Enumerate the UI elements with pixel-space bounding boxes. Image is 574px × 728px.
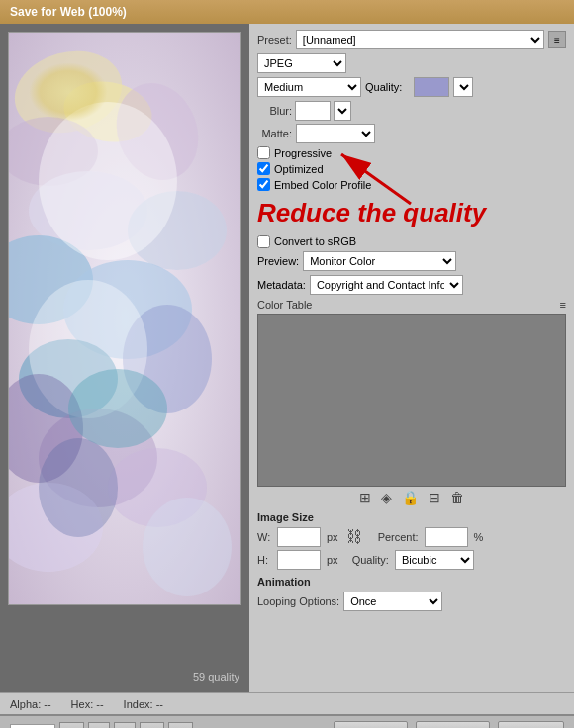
- cancel-button[interactable]: Cancel: [416, 721, 490, 728]
- page-info: 1 of 1: [10, 724, 55, 728]
- preset-label: Preset:: [257, 34, 292, 46]
- optimized-checkbox[interactable]: [257, 162, 270, 175]
- ct-grid-btn[interactable]: ⊟: [427, 490, 442, 505]
- index-value: --: [156, 698, 163, 710]
- height-label: H:: [257, 554, 271, 566]
- matte-row: Matte:: [257, 124, 566, 143]
- title-bar: Save for Web (100%): [0, 0, 574, 24]
- height-row: H: 580 px Quality: Bicubic: [257, 550, 566, 570]
- matte-select[interactable]: [296, 124, 375, 143]
- metadata-select[interactable]: Copyright and Contact Info: [310, 275, 463, 295]
- progressive-checkbox[interactable]: [257, 146, 270, 159]
- color-table-header: Color Table ≡: [257, 299, 566, 311]
- done-button[interactable]: Done: [498, 721, 564, 728]
- preset-select[interactable]: [Unnamed]: [296, 30, 544, 49]
- alpha-label: Alpha: --: [10, 698, 51, 710]
- color-table-menu-btn[interactable]: ≡: [560, 299, 566, 311]
- looping-label: Looping Options:: [257, 595, 339, 607]
- width-input[interactable]: 600: [277, 527, 321, 547]
- save-button[interactable]: Save...: [334, 721, 408, 728]
- red-arrow-svg: [312, 144, 430, 209]
- width-label: W:: [257, 531, 271, 543]
- image-size-title: Image Size: [257, 511, 566, 523]
- width-row: W: 600 px ⛓ Percent: 100 %: [257, 527, 566, 547]
- svg-point-19: [68, 369, 167, 448]
- ct-lock-btn[interactable]: 🔒: [400, 490, 421, 505]
- animation-section: Animation Looping Options: Once: [257, 576, 566, 611]
- color-table-label: Color Table: [257, 299, 312, 311]
- action-buttons: Save... Cancel Done: [334, 721, 564, 728]
- preview-row: Preview: Monitor Color: [257, 251, 566, 271]
- index-label: Index: --: [124, 698, 163, 710]
- ct-add-btn[interactable]: ◈: [379, 490, 394, 505]
- animation-title: Animation: [257, 576, 566, 588]
- blur-matte-container: Blur: 0: [257, 101, 566, 121]
- width-unit: px: [327, 531, 338, 543]
- nav-fast-next-button[interactable]: ⏭: [168, 722, 193, 728]
- hex-label: Hex: --: [71, 698, 104, 710]
- color-table-toolbar: ⊞ ◈ 🔒 ⊟ 🗑: [257, 490, 566, 505]
- percent-sign: %: [474, 531, 484, 543]
- settings-panel: Preset: [Unnamed] ≡ JPEG Medium Quality:…: [249, 24, 574, 692]
- height-unit: px: [327, 554, 338, 566]
- quality-preset-select[interactable]: Medium: [257, 77, 361, 97]
- image-size-section: Image Size W: 600 px ⛓ Percent: 100 % H:…: [257, 511, 566, 570]
- nav-first-button[interactable]: ⏮: [59, 722, 84, 728]
- link-icon: ⛓: [346, 528, 362, 546]
- height-input[interactable]: 580: [277, 550, 321, 570]
- annotation-area: Reduce the quality: [257, 199, 566, 228]
- convert-srgb-checkbox[interactable]: [257, 235, 270, 248]
- percent-label: Percent:: [378, 531, 419, 543]
- looping-select[interactable]: Once: [343, 592, 442, 611]
- ct-map-btn[interactable]: ⊞: [357, 490, 373, 505]
- blur-arrow[interactable]: [334, 101, 351, 121]
- svg-point-18: [39, 438, 118, 537]
- blur-input[interactable]: 0: [295, 101, 331, 121]
- blur-row: Blur: 0: [257, 101, 351, 121]
- svg-point-15: [39, 102, 177, 260]
- embed-color-checkbox[interactable]: [257, 178, 270, 191]
- quality-input[interactable]: 59: [414, 77, 449, 97]
- title-text: Save for Web (100%): [10, 5, 127, 19]
- main-area: 59 quality Preset: [Unnamed] ≡ JPEG Medi…: [0, 24, 574, 692]
- jpeg-format-row: JPEG: [257, 53, 566, 73]
- matte-label: Matte:: [257, 128, 292, 139]
- preview-label: Preview:: [257, 255, 299, 267]
- percent-input[interactable]: 100: [425, 527, 468, 547]
- hex-value: --: [96, 698, 103, 710]
- metadata-row: Metadata: Copyright and Contact Info: [257, 275, 566, 295]
- info-bar: Alpha: -- Hex: -- Index: --: [0, 692, 574, 714]
- nav-next-button[interactable]: ▶: [114, 722, 136, 728]
- blur-label: Blur:: [257, 105, 292, 117]
- convert-srgb-label: Convert to sRGB: [274, 235, 356, 247]
- svg-line-21: [341, 154, 411, 204]
- button-bar: 1 of 1 ⏮ ◀ ▶ ⏭ ⏭ Save... Cancel Done: [0, 714, 574, 728]
- nav-controls: 1 of 1 ⏮ ◀ ▶ ⏭ ⏭: [10, 722, 193, 728]
- preset-menu-button[interactable]: ≡: [548, 31, 566, 48]
- resize-quality-select[interactable]: Bicubic: [395, 550, 474, 570]
- preset-row: Preset: [Unnamed] ≡: [257, 30, 566, 49]
- alpha-value: --: [44, 698, 50, 710]
- color-table-area: [257, 314, 566, 487]
- image-quality-label: 59 quality: [193, 671, 239, 682]
- image-preview: [8, 32, 241, 605]
- format-select[interactable]: JPEG: [257, 53, 346, 73]
- looping-row: Looping Options: Once: [257, 592, 566, 611]
- preview-select[interactable]: Monitor Color: [303, 251, 456, 271]
- svg-point-14: [143, 498, 232, 596]
- resize-quality-label: Quality:: [352, 554, 389, 566]
- ct-delete-btn[interactable]: 🗑: [448, 490, 466, 505]
- quality-arrow-select[interactable]: [453, 77, 473, 97]
- nav-last-button[interactable]: ⏭: [140, 722, 164, 728]
- convert-srgb-row: Convert to sRGB: [257, 235, 566, 248]
- metadata-label: Metadata:: [257, 279, 306, 291]
- quality-preset-row: Medium Quality: 59: [257, 77, 566, 97]
- image-panel: 59 quality: [0, 24, 249, 692]
- quality-label: Quality:: [365, 81, 410, 93]
- nav-prev-button[interactable]: ◀: [88, 722, 110, 728]
